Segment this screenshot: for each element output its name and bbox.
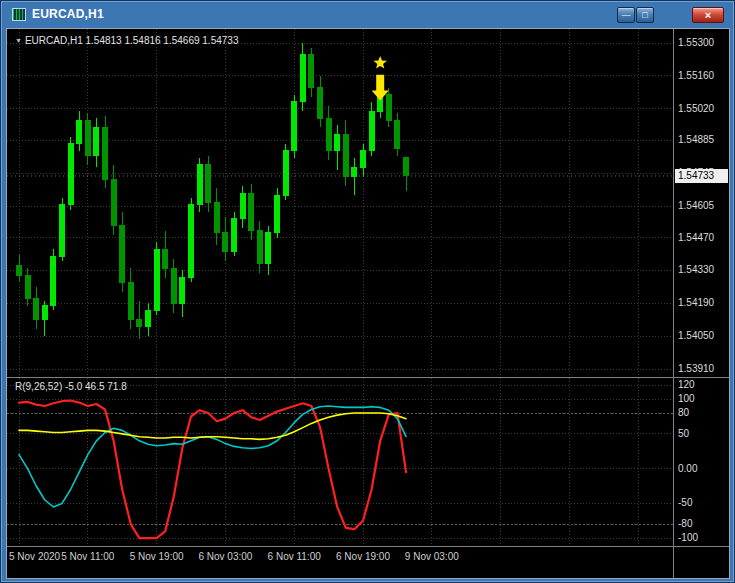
candle-body	[120, 226, 125, 282]
maximize-button[interactable]: □	[636, 7, 654, 23]
candle-body	[42, 306, 47, 320]
price-axis-label: 1.54605	[678, 200, 714, 211]
candle-body	[309, 55, 314, 88]
time-axis-label: 6 Nov 11:00	[268, 551, 321, 562]
candle-body	[17, 266, 22, 275]
price-axis-label: 1.55160	[678, 70, 714, 81]
legend-ohlc: 1.54813 1.54816 1.54669 1.54733	[86, 35, 239, 46]
candle-body	[189, 205, 194, 278]
candle-body	[180, 278, 185, 304]
time-axis-label: 6 Nov 03:00	[198, 551, 252, 562]
candle-body	[343, 134, 348, 176]
candle-body	[137, 320, 142, 327]
minimize-button[interactable]: —	[617, 7, 635, 23]
candle-body	[146, 310, 151, 326]
candle-body	[94, 127, 99, 155]
candle-body	[103, 127, 108, 179]
current-price-tag: 1.54733	[675, 169, 728, 183]
star-marker-icon	[374, 56, 387, 69]
candle-body	[335, 134, 340, 150]
candle-body	[240, 193, 245, 219]
indicator-axis-label: 120	[678, 379, 695, 390]
candle-body	[206, 165, 211, 203]
price-pane[interactable]	[7, 29, 673, 377]
price-axis-label: 1.54330	[678, 264, 714, 275]
candle-body	[404, 157, 409, 176]
candle-body	[395, 120, 400, 148]
indicator-axis-label: -80	[678, 518, 692, 529]
candle-body	[171, 268, 176, 303]
candle-body	[275, 195, 280, 233]
price-axis[interactable]: 1.553001.551601.550201.548851.547451.546…	[674, 29, 729, 578]
main-grid	[7, 29, 673, 377]
candle-body	[249, 193, 254, 231]
indicator-pane[interactable]	[7, 378, 673, 546]
price-axis-label: 1.54190	[678, 297, 714, 308]
time-axis[interactable]: 5 Nov 20205 Nov 11:005 Nov 19:006 Nov 03…	[7, 547, 673, 567]
candle-body	[292, 102, 297, 151]
chart-icon	[12, 8, 26, 21]
candle-body	[361, 151, 366, 167]
indicator-legend: R(9,26,52) -5.0 46.5 71.8	[15, 381, 127, 392]
candle-body	[25, 275, 30, 298]
indicator-axis-label: 50	[678, 428, 689, 439]
window-title: EURCAD,H1	[32, 7, 104, 21]
chart-window: EURCAD,H1 — □ × ▼EURCAD,H1 1.54813 1.548…	[0, 0, 735, 583]
candle-body	[128, 282, 133, 320]
triangle-marker-icon: ▼	[15, 37, 22, 44]
candle-body	[257, 231, 262, 264]
candle-body	[197, 165, 202, 205]
time-axis-label: 5 Nov 19:00	[130, 551, 184, 562]
candle-body	[266, 233, 271, 263]
candle-body	[154, 249, 159, 310]
candle-body	[223, 233, 228, 252]
candle-body	[300, 55, 305, 102]
candle-body	[34, 299, 39, 320]
time-axis-label: 5 Nov 11:00	[61, 551, 114, 562]
price-axis-label: 1.55300	[678, 37, 714, 48]
indicator-axis-label: 100	[678, 393, 695, 404]
chart-area[interactable]: ▼EURCAD,H1 1.54813 1.54816 1.54669 1.547…	[6, 28, 730, 579]
legend-symbol: EURCAD,H1	[25, 35, 83, 46]
chart-legend: ▼EURCAD,H1 1.54813 1.54816 1.54669 1.547…	[15, 35, 238, 46]
candle-body	[214, 202, 219, 232]
candle-body	[77, 120, 82, 143]
candle-body	[283, 151, 288, 196]
candle-body	[326, 118, 331, 151]
close-button[interactable]: ×	[692, 7, 724, 23]
candle-body	[111, 179, 116, 226]
candle-body	[51, 256, 56, 305]
indicator-axis-label: -50	[678, 497, 692, 508]
candle-body	[318, 88, 323, 118]
candle-body	[232, 219, 237, 252]
candle-body	[60, 205, 65, 257]
r-line-cyan	[19, 406, 406, 507]
time-axis-label: 9 Nov 03:00	[405, 551, 459, 562]
price-axis-label: 1.54885	[678, 134, 714, 145]
indicator-axis-label: -100	[678, 532, 698, 543]
price-axis-label: 1.53910	[678, 363, 714, 374]
time-axis-label: 5 Nov 2020	[9, 551, 60, 562]
candle-body	[85, 120, 90, 155]
candlesticks	[17, 43, 409, 339]
price-axis-label: 1.55020	[678, 103, 714, 114]
r-line-red	[19, 401, 406, 539]
time-axis-label: 6 Nov 19:00	[336, 551, 390, 562]
indicator-axis-label: 0.00	[678, 463, 697, 474]
candle-body	[352, 167, 357, 176]
candle-body	[386, 95, 391, 121]
price-axis-label: 1.54050	[678, 330, 714, 341]
window-titlebar[interactable]: EURCAD,H1 — □ ×	[4, 3, 731, 25]
candle-body	[369, 111, 374, 151]
indicator-axis-label: 80	[678, 407, 689, 418]
candle-body	[68, 144, 73, 205]
price-axis-label: 1.54470	[678, 232, 714, 243]
candle-body	[163, 249, 168, 268]
indicator-grid	[7, 378, 673, 546]
